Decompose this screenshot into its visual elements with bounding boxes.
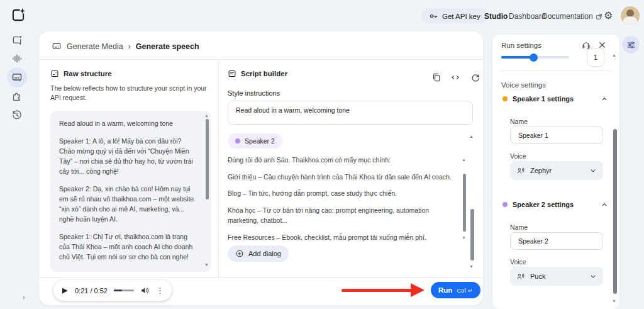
run-settings-toggle-button[interactable] bbox=[622, 36, 640, 53]
speaker-2-chip-label: Speaker 2 bbox=[245, 137, 275, 145]
dialog-paragraph: Free Resources – Ebook, checklist, mẫu p… bbox=[228, 232, 459, 243]
tune-icon bbox=[626, 40, 636, 50]
speaker-2-settings-header[interactable]: Speaker 2 settings bbox=[502, 201, 608, 208]
dialog-paragraph: Giới thiệu – Câu chuyện hành trình của T… bbox=[228, 172, 459, 183]
speaker-1-voice-select[interactable]: Zephyr bbox=[510, 161, 603, 180]
settings-gear-icon[interactable]: ⚙ bbox=[604, 9, 613, 21]
logo-spark-icon bbox=[19, 8, 25, 14]
slider-thumb[interactable] bbox=[530, 53, 538, 62]
sidebar-item-stream[interactable] bbox=[11, 53, 23, 64]
more-options-icon[interactable]: ⋮ bbox=[156, 286, 164, 295]
key-icon bbox=[429, 11, 438, 21]
dialog-paragraph: Đúng rồi đó anh Sáu. Thaikhoa.com có mấy… bbox=[228, 155, 459, 166]
raw-scroll-down-icon[interactable]: ▼ bbox=[204, 262, 209, 267]
sidebar-item-build[interactable] bbox=[11, 91, 23, 102]
external-link-icon bbox=[596, 13, 602, 20]
copy-icon[interactable] bbox=[431, 72, 443, 84]
speaker-1-voice-label: Voice bbox=[510, 152, 526, 160]
panel-scrollbar-thumb[interactable] bbox=[470, 209, 474, 261]
get-api-key-button[interactable]: Get API key bbox=[421, 8, 488, 24]
raw-structure-header: Raw structure bbox=[50, 69, 112, 78]
nav-studio[interactable]: Studio bbox=[484, 12, 508, 21]
nav-documentation[interactable]: Documentation bbox=[542, 12, 602, 21]
nav-dashboard[interactable]: Dashboard bbox=[509, 12, 546, 21]
speaker-1-dot bbox=[502, 96, 508, 101]
panel-scroll-up-icon[interactable]: ▲ bbox=[469, 134, 474, 138]
dialog-scrollbar-thumb[interactable] bbox=[463, 174, 466, 232]
breadcrumb: Generate Media › Generate speech bbox=[52, 42, 199, 52]
code-icon[interactable] bbox=[450, 72, 462, 84]
raw-structure-title: Raw structure bbox=[64, 70, 112, 77]
chevron-down-icon bbox=[589, 167, 597, 174]
settings-scrollbar-thumb[interactable] bbox=[613, 129, 617, 294]
get-api-key-label: Get API key bbox=[442, 13, 480, 20]
dialog-paragraph: Khóa học – Từ cơ bản tới nâng cao: promp… bbox=[228, 205, 459, 226]
annotation-arrow-head bbox=[411, 283, 425, 297]
sidebar-item-history[interactable] bbox=[11, 110, 23, 121]
raw-structure-icon bbox=[50, 69, 59, 78]
chevron-up-icon bbox=[601, 95, 608, 103]
style-instructions-label: Style instructions bbox=[228, 89, 280, 97]
raw-paragraph: Read aloud in a warm, welcoming tone bbox=[59, 118, 197, 128]
run-button[interactable]: Run Ctrl ↵ bbox=[431, 282, 480, 298]
dialog-scroll-up-icon[interactable]: ▲ bbox=[462, 157, 466, 162]
run-shortcut: Ctrl ↵ bbox=[457, 287, 472, 294]
dialog-text-block[interactable]: Đúng rồi đó anh Sáu. Thaikhoa.com có mấy… bbox=[228, 155, 459, 242]
breadcrumb-parent[interactable]: Generate Media bbox=[67, 42, 123, 51]
app-logo[interactable] bbox=[10, 7, 26, 23]
sidebar-item-generate-media[interactable] bbox=[11, 72, 23, 83]
dialog-paragraph: Blog – Tin tức, hướng dẫn prompt, case s… bbox=[228, 188, 459, 199]
temperature-value-input[interactable]: 1 bbox=[587, 48, 604, 67]
user-avatar[interactable] bbox=[621, 6, 640, 25]
settings-scroll-up-icon[interactable]: ▲ bbox=[612, 53, 616, 57]
raw-structure-textarea[interactable]: Read aloud in a warm, welcoming tone Spe… bbox=[50, 111, 211, 272]
enter-key-icon: ↵ bbox=[468, 287, 473, 294]
raw-scrollbar-thumb[interactable] bbox=[206, 119, 209, 199]
raw-paragraph: Speaker 1: Chị Tư ơi, thaikhoa.com là tr… bbox=[59, 232, 197, 262]
sidebar-expand-chevron[interactable]: › bbox=[23, 293, 25, 301]
script-builder-icon bbox=[228, 69, 236, 78]
progress-fill bbox=[114, 289, 122, 291]
add-dialog-button[interactable]: Add dialog bbox=[228, 245, 289, 262]
voice-settings-label: Voice settings bbox=[501, 81, 546, 89]
script-builder-header: Script builder bbox=[228, 69, 287, 78]
volume-icon[interactable] bbox=[140, 286, 150, 295]
speaker-1-name-input[interactable]: Speaker 1 bbox=[510, 126, 603, 144]
settings-divider bbox=[501, 70, 612, 71]
run-settings-title: Run settings bbox=[501, 42, 541, 49]
speaker-2-voice-value: Puck bbox=[530, 272, 545, 280]
style-instructions-input[interactable]: Read aloud in a warm, welcoming tone bbox=[228, 101, 473, 125]
annotation-arrow-tail bbox=[341, 289, 412, 292]
chevron-up-icon bbox=[601, 201, 608, 208]
speaker-1-settings-title: Speaker 1 settings bbox=[513, 95, 574, 103]
column-divider bbox=[218, 59, 219, 277]
speaker-2-chip[interactable]: Speaker 2 bbox=[228, 133, 282, 149]
raw-structure-description: The below reflects how to structure your… bbox=[50, 84, 211, 103]
run-label: Run bbox=[438, 286, 452, 294]
breadcrumb-current: Generate speech bbox=[136, 42, 199, 51]
add-dialog-label: Add dialog bbox=[248, 250, 281, 257]
speaker-2-name-input[interactable]: Speaker 2 bbox=[510, 232, 603, 250]
progress-bar[interactable] bbox=[114, 289, 134, 291]
speaker-2-voice-select[interactable]: Puck bbox=[510, 267, 603, 286]
raw-paragraph: Speaker 1: A lô, a lô! Mấy bà con đâu rồ… bbox=[59, 136, 197, 176]
avatar-body bbox=[623, 16, 637, 25]
add-icon bbox=[235, 249, 244, 258]
speaker-2-name-label: Name bbox=[510, 223, 528, 231]
breadcrumb-separator: › bbox=[128, 42, 131, 51]
header-divider bbox=[39, 59, 483, 60]
sidebar-item-chat[interactable] bbox=[11, 35, 23, 46]
play-icon[interactable] bbox=[61, 287, 69, 295]
dialog-scroll-down-icon[interactable]: ▼ bbox=[462, 235, 466, 240]
temperature-slider[interactable] bbox=[501, 56, 569, 59]
raw-paragraph: Speaker 2: Dạ, xin chào bà con! Hôm nay … bbox=[59, 184, 197, 224]
nav-documentation-label: Documentation bbox=[542, 12, 593, 21]
settings-scroll-down-icon[interactable]: ▼ bbox=[612, 299, 616, 303]
panel-scroll-down-icon[interactable]: ▼ bbox=[469, 264, 474, 269]
refresh-icon[interactable] bbox=[470, 72, 482, 84]
raw-scroll-up-icon[interactable]: ▲ bbox=[204, 113, 209, 118]
voice-over-icon bbox=[516, 166, 525, 175]
speaker-2-dot bbox=[502, 202, 508, 207]
speaker-1-settings-header[interactable]: Speaker 1 settings bbox=[502, 95, 608, 103]
voice-over-icon bbox=[516, 272, 525, 281]
